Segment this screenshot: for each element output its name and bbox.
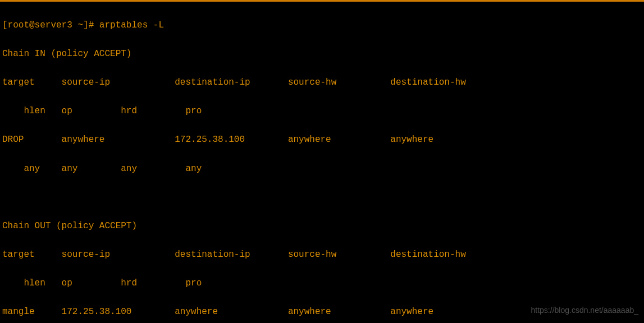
chain-out-columns-2: hlen op hrd pro bbox=[2, 276, 642, 291]
terminal-output: [root@server3 ~]# arptables -L Chain IN … bbox=[2, 4, 642, 323]
chain-in-columns-1: target source-ip destination-ip source-h… bbox=[2, 76, 642, 90]
chain-out-columns-1: target source-ip destination-ip source-h… bbox=[2, 248, 642, 262]
chain-out-header: Chain OUT (policy ACCEPT) bbox=[2, 219, 642, 234]
chain-in-header: Chain IN (policy ACCEPT) bbox=[2, 47, 642, 62]
command-arptables: arptables -L bbox=[99, 20, 164, 30]
watermark: https://blog.csdn.net/aaaaaab_ bbox=[531, 304, 638, 316]
blank-line-1 bbox=[2, 191, 642, 205]
chain-in-columns-2: hlen op hrd pro bbox=[2, 104, 642, 119]
prompt-1: [root@server3 ~]# bbox=[2, 20, 99, 30]
chain-in-rule-2: any any any any bbox=[2, 162, 642, 177]
chain-in-rule-1: DROP anywhere 172.25.38.100 anywhere any… bbox=[2, 133, 642, 147]
